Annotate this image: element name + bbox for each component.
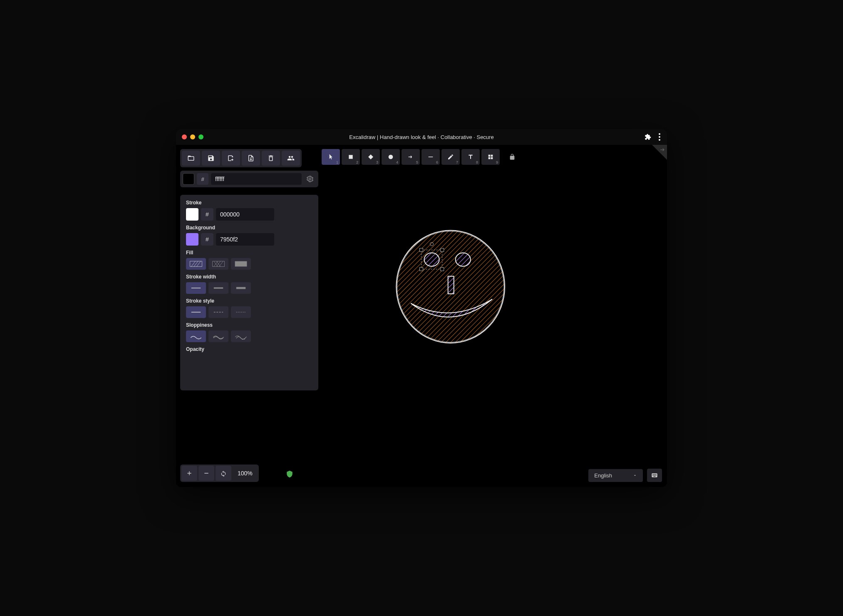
svg-rect-3 xyxy=(488,155,491,157)
svg-rect-34 xyxy=(420,268,423,271)
canvas[interactable] xyxy=(322,170,663,462)
fill-solid[interactable] xyxy=(231,258,251,270)
open-button[interactable] xyxy=(182,151,200,166)
fill-cross[interactable] xyxy=(208,258,228,270)
stroke-swatch[interactable] xyxy=(186,208,198,221)
svg-rect-6 xyxy=(491,157,493,159)
app-content: 1 2 3 4 5 6 7 8 9 # Stroke # Background xyxy=(176,145,667,487)
minimize-window[interactable] xyxy=(190,134,195,139)
style-solid[interactable] xyxy=(186,306,206,318)
canvas-bg-swatch[interactable] xyxy=(183,173,194,185)
encrypted-icon xyxy=(286,470,293,478)
fill-label: Fill xyxy=(186,250,312,256)
background-label: Background xyxy=(186,225,312,231)
zoom-out-button[interactable] xyxy=(198,466,214,481)
github-corner[interactable] xyxy=(652,145,667,160)
opacity-label: Opacity xyxy=(186,346,312,352)
bg-swatch[interactable] xyxy=(186,233,198,246)
close-window[interactable] xyxy=(182,134,187,139)
clear-canvas-button[interactable] xyxy=(262,151,280,166)
file-toolbar xyxy=(180,149,302,167)
tool-selection[interactable]: 1 xyxy=(322,149,340,165)
collaborate-button[interactable] xyxy=(282,151,300,166)
tool-ellipse[interactable]: 4 xyxy=(382,149,400,165)
stroke-label: Stroke xyxy=(186,200,312,206)
app-window: Excalidraw | Hand-drawn look & feel · Co… xyxy=(176,129,667,487)
language-select[interactable]: English xyxy=(588,469,643,482)
width-thick[interactable] xyxy=(231,282,251,294)
width-medium[interactable] xyxy=(208,282,228,294)
tool-library[interactable]: 9 xyxy=(481,149,500,165)
window-controls xyxy=(182,134,203,139)
slop-cartoonist[interactable] xyxy=(231,330,251,342)
more-menu-icon[interactable] xyxy=(658,132,661,142)
svg-rect-33 xyxy=(441,248,444,252)
slop-architect[interactable] xyxy=(186,330,206,342)
tool-draw[interactable]: 7 xyxy=(441,149,460,165)
shape-toolbar: 1 2 3 4 5 6 7 8 9 xyxy=(322,149,520,165)
export-button[interactable] xyxy=(242,151,260,166)
zoom-controls: 100% xyxy=(180,464,259,482)
titlebar: Excalidraw | Hand-drawn look & feel · Co… xyxy=(176,129,667,145)
svg-point-29 xyxy=(456,253,471,266)
stroke-color-input[interactable] xyxy=(216,208,274,221)
svg-rect-35 xyxy=(441,268,444,271)
language-label: English xyxy=(594,472,612,479)
hash-label: # xyxy=(201,233,213,246)
properties-panel: Stroke # Background # Fill Stroke width xyxy=(180,195,318,390)
svg-rect-32 xyxy=(420,248,423,252)
slop-artist[interactable] xyxy=(208,330,228,342)
svg-rect-5 xyxy=(488,157,491,159)
svg-rect-4 xyxy=(491,155,493,157)
tool-line[interactable]: 6 xyxy=(422,149,440,165)
svg-rect-30 xyxy=(448,276,454,294)
svg-rect-17 xyxy=(235,261,247,267)
svg-point-28 xyxy=(424,253,439,266)
hash-label: # xyxy=(197,173,208,185)
width-thin[interactable] xyxy=(186,282,206,294)
svg-point-1 xyxy=(389,155,393,159)
tool-arrow[interactable]: 5 xyxy=(402,149,420,165)
canvas-color-input[interactable] xyxy=(211,173,302,185)
window-title: Excalidraw | Hand-drawn look & feel · Co… xyxy=(176,134,667,140)
zoom-in-button[interactable] xyxy=(181,466,197,481)
hash-label: # xyxy=(201,208,213,221)
save-as-button[interactable] xyxy=(222,151,240,166)
keyboard-shortcuts-button[interactable] xyxy=(647,469,662,482)
lock-button[interactable] xyxy=(505,149,520,165)
sloppiness-label: Sloppiness xyxy=(186,322,312,328)
maximize-window[interactable] xyxy=(198,134,203,139)
fill-hachure[interactable] xyxy=(186,258,206,270)
tool-text[interactable]: 8 xyxy=(461,149,480,165)
footer-right: English xyxy=(588,469,662,482)
bg-color-input[interactable] xyxy=(216,233,274,246)
stroke-style-label: Stroke style xyxy=(186,298,312,304)
style-dotted[interactable] xyxy=(231,306,251,318)
stroke-width-label: Stroke width xyxy=(186,274,312,280)
settings-icon[interactable] xyxy=(304,173,316,185)
save-button[interactable] xyxy=(202,151,220,166)
style-dashed[interactable] xyxy=(208,306,228,318)
zoom-level[interactable]: 100% xyxy=(233,470,258,477)
extensions-icon[interactable] xyxy=(645,134,651,140)
tool-diamond[interactable]: 3 xyxy=(362,149,380,165)
canvas-color-picker: # xyxy=(180,171,318,187)
zoom-reset-button[interactable] xyxy=(216,466,231,481)
svg-rect-0 xyxy=(349,155,352,159)
tool-rectangle[interactable]: 2 xyxy=(342,149,360,165)
